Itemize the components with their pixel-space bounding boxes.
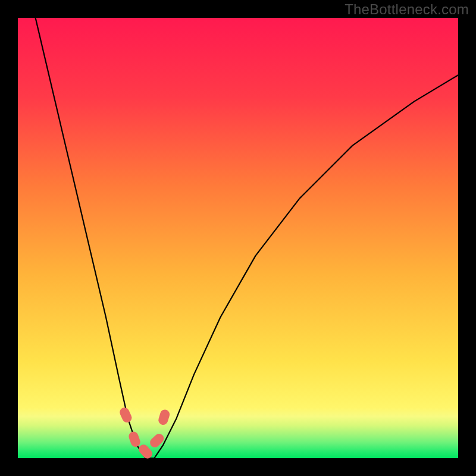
watermark-text: TheBottleneck.com: [345, 1, 469, 18]
chart-svg: [0, 0, 476, 476]
chart-frame: TheBottleneck.com: [0, 0, 476, 476]
plot-background: [18, 18, 458, 458]
